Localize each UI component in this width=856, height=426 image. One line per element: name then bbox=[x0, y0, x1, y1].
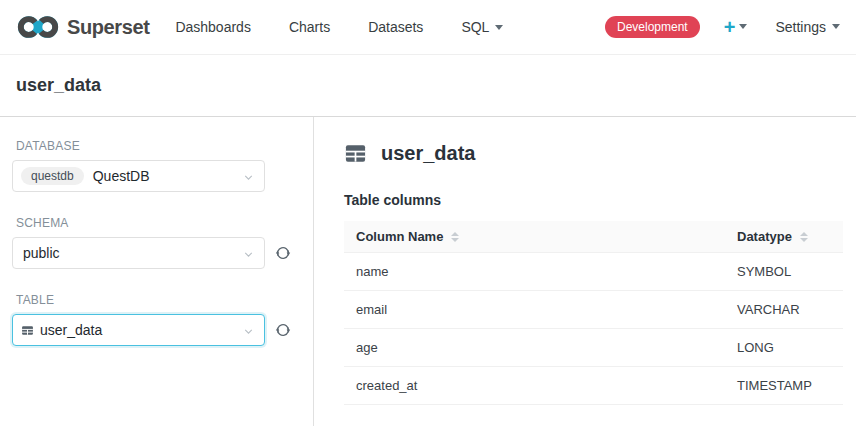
top-navbar: Superset Dashboards Charts Datasets SQL … bbox=[0, 0, 856, 55]
schema-select-value: public bbox=[23, 245, 60, 261]
table-grid-icon bbox=[344, 142, 367, 165]
database-select-value: QuestDB bbox=[93, 168, 150, 184]
sql-menu-label: SQL bbox=[461, 19, 489, 35]
table-row: email VARCHAR bbox=[344, 291, 843, 329]
table-select[interactable]: user_data bbox=[12, 314, 265, 346]
table-title-row: user_data bbox=[344, 142, 843, 165]
datatype-cell: LONG bbox=[725, 329, 843, 367]
nav-item-charts[interactable]: Charts bbox=[289, 19, 330, 35]
sort-icon bbox=[800, 232, 808, 242]
superset-infinity-icon bbox=[16, 14, 60, 40]
content-area: DATABASE questdb QuestDB SCHEMA public bbox=[0, 117, 856, 426]
topbar-right: Development + Settings bbox=[605, 16, 840, 38]
table-select-value: user_data bbox=[40, 322, 102, 338]
table-label: TABLE bbox=[16, 293, 297, 307]
sort-icon bbox=[451, 232, 459, 242]
refresh-schemas-button[interactable] bbox=[274, 244, 292, 262]
schema-label: SCHEMA bbox=[16, 216, 297, 230]
dataset-selector-sidebar: DATABASE questdb QuestDB SCHEMA public bbox=[0, 117, 314, 426]
column-name-header-label: Column Name bbox=[356, 229, 443, 244]
schema-select[interactable]: public bbox=[12, 237, 265, 269]
table-row: created_at TIMESTAMP bbox=[344, 367, 843, 405]
refresh-tables-button[interactable] bbox=[274, 321, 292, 339]
selected-table-title: user_data bbox=[381, 142, 476, 165]
chevron-down-icon bbox=[739, 24, 747, 29]
datatype-cell: TIMESTAMP bbox=[725, 367, 843, 405]
column-header-datatype[interactable]: Datatype bbox=[725, 221, 843, 253]
database-select[interactable]: questdb QuestDB bbox=[12, 160, 265, 192]
chevron-down-icon bbox=[495, 25, 503, 30]
table-columns-heading: Table columns bbox=[344, 192, 843, 208]
column-name-cell: email bbox=[344, 291, 725, 329]
chevron-down-icon bbox=[242, 170, 255, 188]
nav-item-datasets[interactable]: Datasets bbox=[368, 19, 423, 35]
column-name-cell: name bbox=[344, 253, 725, 291]
datatype-header-label: Datatype bbox=[737, 229, 792, 244]
main-nav: Dashboards Charts Datasets SQL bbox=[175, 19, 541, 35]
environment-badge: Development bbox=[605, 16, 700, 38]
nav-item-sql-menu[interactable]: SQL bbox=[461, 19, 503, 35]
superset-logo[interactable]: Superset bbox=[16, 14, 149, 40]
table-row: age LONG bbox=[344, 329, 843, 367]
database-label: DATABASE bbox=[16, 139, 297, 153]
chevron-down-icon bbox=[242, 247, 255, 265]
table-field-group: TABLE user_data bbox=[12, 293, 297, 346]
add-new-button[interactable]: + bbox=[724, 17, 748, 37]
table-columns-table: Column Name Datatype name SYMBOL bbox=[344, 221, 843, 405]
table-metadata-panel: user_data Table columns Column Name Data… bbox=[314, 117, 856, 426]
database-engine-tag: questdb bbox=[21, 167, 84, 185]
schema-field-group: SCHEMA public bbox=[12, 216, 297, 269]
settings-label: Settings bbox=[775, 19, 826, 35]
chevron-down-icon bbox=[242, 324, 255, 342]
datatype-cell: SYMBOL bbox=[725, 253, 843, 291]
database-field-group: DATABASE questdb QuestDB bbox=[12, 139, 297, 192]
table-header-row: Column Name Datatype bbox=[344, 221, 843, 253]
column-header-column-name[interactable]: Column Name bbox=[344, 221, 725, 253]
settings-menu[interactable]: Settings bbox=[775, 19, 840, 35]
nav-item-dashboards[interactable]: Dashboards bbox=[175, 19, 251, 35]
page-title: user_data bbox=[16, 75, 101, 96]
sync-icon bbox=[274, 321, 292, 339]
table-row: name SYMBOL bbox=[344, 253, 843, 291]
datatype-cell: VARCHAR bbox=[725, 291, 843, 329]
column-name-cell: created_at bbox=[344, 367, 725, 405]
chevron-down-icon bbox=[832, 24, 840, 29]
plus-icon: + bbox=[724, 17, 736, 37]
column-name-cell: age bbox=[344, 329, 725, 367]
sync-icon bbox=[274, 244, 292, 262]
brand-name: Superset bbox=[67, 16, 149, 39]
page-header: user_data bbox=[0, 55, 856, 117]
table-grid-icon bbox=[21, 324, 34, 337]
